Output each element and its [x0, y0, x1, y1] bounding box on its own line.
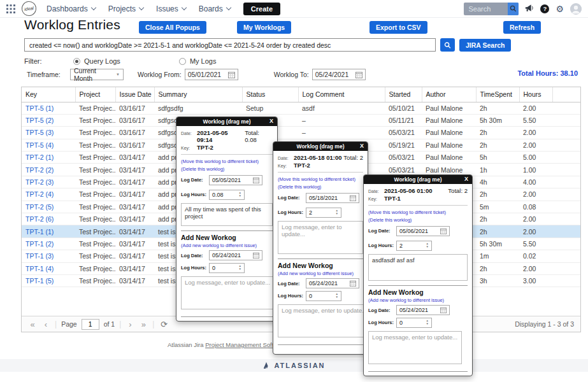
- column-header-status[interactable]: Status: [242, 87, 298, 102]
- table-row[interactable]: TPT-5 (1)Test Projec...03/16/17sdfgsdfgS…: [22, 102, 580, 114]
- close-icon[interactable]: X: [269, 118, 273, 124]
- add-log-date-input[interactable]: 05/24/2021: [306, 278, 359, 288]
- column-header-project[interactable]: Project: [75, 87, 115, 102]
- search-icon[interactable]: [508, 3, 519, 15]
- add-worklog-other-issue-link[interactable]: (Add new worklog to different issue): [181, 243, 273, 248]
- add-log-hours-input[interactable]: 0 ▲▼: [396, 318, 432, 328]
- popup-drag-handle[interactable]: Worklog (drag me) X: [273, 142, 368, 151]
- my-logs-radio[interactable]: My Logs: [179, 57, 217, 65]
- move-worklog-link[interactable]: (Move this worklog to different ticket): [278, 176, 363, 182]
- worklog-from-input[interactable]: 05/01/2021: [185, 69, 238, 80]
- nav-projects[interactable]: Projects: [108, 4, 143, 13]
- first-page-button[interactable]: «: [28, 320, 37, 329]
- add-log-date-input[interactable]: 05/24/2021: [396, 305, 450, 315]
- issue-key-link[interactable]: TPT-5 (3): [22, 127, 75, 139]
- issue-key-link[interactable]: TPT-1 (4): [22, 262, 75, 274]
- issue-key-link[interactable]: TPT-1 (5): [22, 274, 75, 286]
- jql-query-input[interactable]: [24, 38, 436, 52]
- refresh-button[interactable]: Refresh: [503, 21, 541, 34]
- column-header-started[interactable]: Started: [385, 87, 422, 102]
- issue-key-link[interactable]: TPT-2 (4): [22, 188, 75, 201]
- table-row[interactable]: TPT-5 (3)Test Projec...03/16/17sdfgsdfg–…: [22, 127, 580, 139]
- query-logs-radio[interactable]: Query Logs: [73, 57, 120, 65]
- add-worklog-other-issue-link[interactable]: (Add new worklog to different issue): [278, 271, 363, 276]
- move-worklog-link[interactable]: (Move this worklog to different ticket): [368, 209, 468, 215]
- delete-worklog-link[interactable]: (Delete this worklog): [181, 166, 273, 172]
- delete-worklog-link[interactable]: (Delete this worklog): [368, 217, 468, 223]
- add-log-hours-input[interactable]: 0 ▲▼: [306, 291, 341, 301]
- add-log-date-input[interactable]: 05/24/2021: [209, 250, 262, 260]
- worklog-popup-2[interactable]: Worklog (drag me) X Date: 2021-05-18 01:…: [273, 141, 368, 355]
- add-worklog-message-textarea[interactable]: [181, 276, 275, 309]
- nav-dashboards[interactable]: Dashboards: [47, 4, 96, 13]
- popup-drag-handle[interactable]: Worklog (drag me) X: [176, 117, 277, 126]
- issue-key-link[interactable]: TPT-2 (1): [22, 152, 75, 164]
- add-worklog-other-issue-link[interactable]: (Add new worklog to different issue): [368, 297, 468, 303]
- last-page-button[interactable]: »: [139, 320, 148, 329]
- issue-key-link[interactable]: TPT-5 (1): [22, 102, 75, 114]
- announcement-icon[interactable]: [525, 3, 534, 15]
- page-number-input[interactable]: [82, 319, 99, 330]
- log-hours-input[interactable]: 2 ▲▼: [306, 208, 341, 218]
- spinner-icon[interactable]: ▲▼: [426, 243, 429, 248]
- move-worklog-link[interactable]: (Move this worklog to different ticket): [181, 159, 273, 164]
- create-button[interactable]: Create: [243, 3, 280, 15]
- delete-worklog-link[interactable]: (Delete this worklog): [278, 184, 363, 190]
- issue-key-link[interactable]: TPT-1 (1): [22, 225, 75, 237]
- global-search-input[interactable]: [464, 5, 508, 13]
- log-date-input[interactable]: 05/05/2021: [209, 175, 262, 185]
- issue-key-link[interactable]: TPT-5 (4): [22, 139, 75, 151]
- jira-search-button[interactable]: JIRA Search: [459, 39, 511, 52]
- column-header-key[interactable]: Key: [22, 87, 75, 102]
- log-hours-input[interactable]: 2 ▲▼: [396, 241, 432, 251]
- worklog-to-input[interactable]: 05/24/2021: [312, 69, 366, 80]
- timeframe-select[interactable]: Current Month ▼: [70, 69, 124, 80]
- worklog-message-textarea[interactable]: [278, 221, 363, 254]
- add-worklog-message-textarea[interactable]: [368, 331, 462, 364]
- table-row[interactable]: TPT-5 (2)Test Projec...03/16/17sdfgsdfgS…: [22, 114, 580, 126]
- add-log-hours-input[interactable]: 0 ▲▼: [209, 263, 245, 273]
- close-icon[interactable]: X: [360, 143, 364, 149]
- export-to-csv-button[interactable]: Export to CSV: [369, 21, 427, 34]
- issue-key-link[interactable]: TPT-2 (5): [22, 201, 75, 213]
- spinner-icon[interactable]: ▲▼: [239, 265, 241, 271]
- my-worklogs-button[interactable]: My Worklogs: [237, 21, 291, 34]
- column-header-author[interactable]: Author: [422, 87, 476, 102]
- help-icon[interactable]: ?: [540, 4, 549, 13]
- spinner-icon[interactable]: ▲▼: [336, 293, 338, 299]
- column-header-hours[interactable]: Hours: [519, 87, 552, 102]
- spinner-icon[interactable]: ▲▼: [239, 192, 241, 197]
- worklog-message-textarea[interactable]: All my time was spent of this project: [181, 203, 273, 226]
- issue-key-link[interactable]: TPT-2 (2): [22, 164, 75, 176]
- log-hours-input[interactable]: 0.08 ▲▼: [209, 190, 245, 200]
- spinner-icon[interactable]: ▲▼: [336, 209, 338, 215]
- issue-key-link[interactable]: TPT-1 (3): [22, 250, 75, 262]
- issue-key-link[interactable]: TPT-2 (3): [22, 176, 75, 188]
- column-header-issue-date[interactable]: Issue Date: [115, 87, 154, 102]
- popup-drag-handle[interactable]: Worklog (drag me) X: [364, 175, 472, 184]
- spinner-icon[interactable]: ▲▼: [426, 320, 429, 325]
- worklog-popup-1[interactable]: Worklog (drag me) X Date: 2021-05-05 09:…: [176, 117, 278, 322]
- next-page-button[interactable]: ›: [125, 320, 134, 329]
- issue-key-link[interactable]: TPT-2 (6): [22, 213, 75, 225]
- worklog-popup-3[interactable]: Worklog (drag me) X Date: 2021-05-06 01:…: [363, 174, 473, 376]
- log-date-input[interactable]: 05/18/2021: [306, 193, 359, 203]
- close-icon[interactable]: X: [464, 176, 468, 182]
- worklog-message-textarea[interactable]: asdfasdf asf asf: [368, 254, 468, 281]
- log-date-input[interactable]: 05/06/2021: [396, 226, 450, 236]
- issue-key-link[interactable]: TPT-5 (2): [22, 114, 75, 126]
- site-logo[interactable]: ideal: [21, 1, 38, 17]
- app-switcher-icon[interactable]: [6, 4, 15, 13]
- issue-key-link[interactable]: TPT-1 (2): [22, 237, 75, 250]
- column-header-log-comment[interactable]: Log Comment: [298, 87, 385, 102]
- user-avatar[interactable]: [570, 3, 582, 15]
- add-worklog-message-textarea[interactable]: [278, 304, 368, 337]
- close-all-popups-button[interactable]: Close All Popups: [139, 21, 206, 34]
- reload-grid-button[interactable]: ⟳: [159, 320, 169, 329]
- column-header-timespent[interactable]: TimeSpent: [476, 87, 519, 102]
- nav-issues[interactable]: Issues: [156, 4, 186, 13]
- nav-boards[interactable]: Boards: [199, 4, 231, 13]
- prev-page-button[interactable]: ‹: [41, 320, 50, 329]
- settings-gear-icon[interactable]: ⚙: [556, 4, 564, 13]
- column-header-summary[interactable]: Summary: [154, 87, 242, 102]
